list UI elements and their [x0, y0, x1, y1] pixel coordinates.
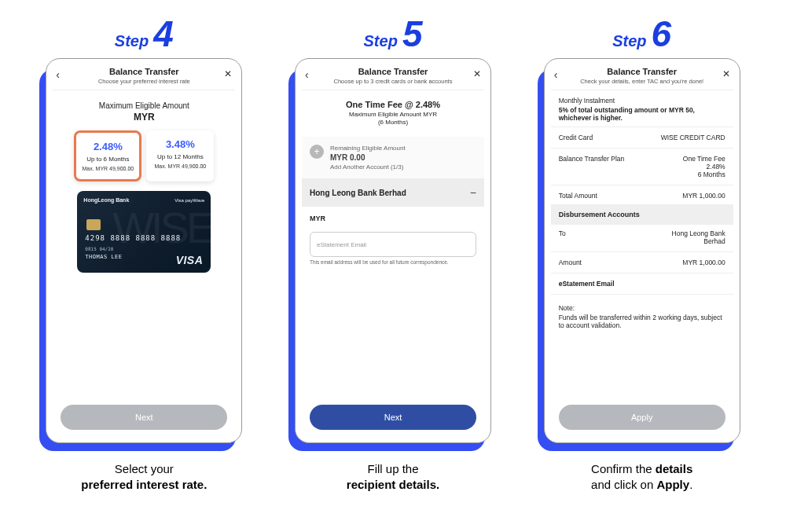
rate-max: Max. MYR 49,900.00 — [81, 166, 134, 171]
credit-card-visual: HongLeong Bank Visa payWave WISE 4298 88… — [77, 191, 211, 273]
plan-line2: 2.48% — [707, 163, 725, 171]
eligible-amount-currency: MYR — [53, 112, 235, 123]
value: WISE CREDIT CARD — [661, 134, 725, 141]
note-title: Note: — [559, 304, 725, 312]
caption-step-5: Fill up the recipient details. — [347, 461, 439, 493]
rate-max: Max. MYR 49,900.00 — [151, 163, 209, 169]
caption-step-4: Select your preferred interest rate. — [81, 461, 207, 493]
bank-row[interactable]: Hong Leong Bank Berhad − — [302, 178, 484, 207]
screen-subtitle: Choose your preferred interest rate — [61, 78, 227, 85]
step-word: Step — [612, 32, 646, 50]
rate-value: 2.48% — [81, 141, 134, 152]
instalment-desc: 5% of total outstanding amount or MYR 50… — [559, 106, 725, 122]
value: One Time Fee 2.48% 6 Months — [683, 155, 725, 178]
rate-term: Up to 6 Months — [81, 156, 134, 163]
step-number-5: 5 — [402, 16, 423, 52]
caption-text: Fill up the — [367, 462, 418, 475]
label: eStatement Email — [559, 280, 615, 288]
screen-title: Balance Transfer — [61, 67, 227, 76]
phone-frame-4: ‹ Balance Transfer Choose your preferred… — [46, 58, 242, 447]
caption-bold: details — [656, 462, 693, 475]
close-icon[interactable]: ✕ — [224, 68, 232, 79]
value: MYR 1,000.00 — [682, 259, 725, 266]
screen-subtitle: Choose up to 3 credit cards or bank acco… — [310, 78, 476, 85]
rate-term: Up to 12 Months — [151, 153, 209, 160]
screen-title: Balance Transfer — [310, 67, 476, 76]
divider — [551, 294, 733, 295]
add-account-block[interactable]: + Remaining Eligible Amount MYR 0.00 Add… — [302, 137, 484, 178]
screen-subtitle: Check your details, enter TAC and you're… — [559, 78, 725, 85]
fee-title: One Time Fee @ 2.48% — [302, 100, 484, 109]
eligible-amount-label: Maximum Eligible Amount — [53, 101, 235, 110]
next-button[interactable]: Next — [61, 405, 227, 430]
close-icon[interactable]: ✕ — [722, 68, 730, 79]
fee-sub2: (6 Months) — [302, 119, 484, 126]
plan-line1: One Time Fee — [683, 155, 725, 163]
back-icon[interactable]: ‹ — [56, 68, 60, 81]
phone-frame-5: ‹ Balance Transfer Choose up to 3 credit… — [295, 58, 491, 447]
note-block: Note: Funds will be transferred within 2… — [551, 296, 733, 337]
amount-currency-label: MYR — [302, 207, 484, 227]
email-hint: This email address will be used for all … — [310, 259, 476, 265]
to-line2: Berhad — [703, 237, 725, 245]
rate-option-6m[interactable]: 2.48% Up to 6 Months Max. MYR 49,900.00 — [74, 130, 141, 182]
plus-icon[interactable]: + — [310, 145, 324, 159]
phone-screen-4: ‹ Balance Transfer Choose your preferred… — [46, 58, 242, 443]
minus-icon[interactable]: − — [470, 186, 476, 199]
step-4-heading: Step 4 — [115, 16, 174, 52]
visa-logo: VISA — [176, 254, 204, 266]
remaining-value: MYR 0.00 — [330, 153, 406, 162]
to-line1: Hong Leong Bank — [672, 229, 725, 237]
step-number-6: 6 — [652, 16, 672, 52]
step-word: Step — [364, 32, 398, 50]
disbursement-section: Disbursement Accounts — [551, 204, 733, 225]
row-credit-card: Credit Card WISE CREDIT CARD — [551, 129, 733, 146]
chip-icon — [86, 219, 101, 230]
step-5-column: Step 5 ‹ Balance Transfer Choose up to 3… — [281, 16, 506, 493]
back-icon[interactable]: ‹ — [554, 68, 558, 81]
note-desc: Funds will be transferred within 2 worki… — [559, 314, 725, 329]
label: Credit Card — [559, 134, 593, 141]
step-6-column: Step 6 ‹ Balance Transfer Check your det… — [529, 16, 755, 493]
row-to: To Hong Leong Bank Berhad — [551, 225, 733, 250]
next-button[interactable]: Next — [310, 405, 476, 430]
screen-header: ‹ Balance Transfer Check your details, e… — [551, 64, 733, 90]
apply-button[interactable]: Apply — [559, 405, 725, 430]
remaining-label: Remaining Eligible Amount — [330, 145, 406, 152]
row-estatement: eStatement Email — [551, 275, 733, 292]
step-6-heading: Step 6 — [612, 16, 671, 52]
caption-text: and click on — [591, 478, 656, 491]
bank-name: Hong Leong Bank Berhad — [310, 189, 406, 197]
remaining-text: Remaining Eligible Amount MYR 0.00 Add A… — [330, 145, 406, 171]
phone-frame-6: ‹ Balance Transfer Check your details, e… — [544, 58, 740, 447]
rate-option-12m[interactable]: 3.48% Up to 12 Months Max. MYR 49,900.00 — [146, 130, 214, 182]
card-number: 4298 8888 8888 8888 — [85, 234, 181, 242]
screen-header: ‹ Balance Transfer Choose your preferred… — [53, 64, 235, 90]
caption-text: . — [689, 478, 692, 491]
add-account-label: Add Another Account (1/3) — [330, 163, 406, 171]
caption-text: Confirm the — [591, 462, 656, 475]
monthly-instalment: Monthly Instalment 5% of total outstandi… — [551, 90, 733, 125]
close-icon[interactable]: ✕ — [473, 68, 481, 79]
divider — [551, 185, 733, 185]
value: MYR 1,000.00 — [682, 192, 725, 200]
divider — [551, 273, 733, 273]
caption-text: Select your — [115, 462, 174, 475]
rate-options: 2.48% Up to 6 Months Max. MYR 49,900.00 … — [61, 130, 227, 182]
screen-header: ‹ Balance Transfer Choose up to 3 credit… — [302, 64, 484, 90]
back-icon[interactable]: ‹ — [305, 68, 309, 81]
caption-step-6: Confirm the details and click on Apply. — [591, 461, 692, 493]
rate-value: 3.48% — [151, 138, 209, 150]
row-amount: Amount MYR 1,000.00 — [551, 254, 733, 271]
label: Total Amount — [559, 192, 597, 200]
divider — [551, 127, 733, 127]
card-meta: 0815 04/20 — [85, 246, 113, 251]
step-5-heading: Step 5 — [364, 16, 423, 52]
email-input[interactable]: eStatement Email — [310, 232, 476, 257]
value: Hong Leong Bank Berhad — [672, 229, 725, 245]
card-brand-wise: WISE — [112, 202, 211, 253]
row-total: Total Amount MYR 1,000.00 — [551, 187, 733, 204]
caption-bold: Apply — [656, 478, 689, 491]
fee-sub1: Maximum Eligible Amount MYR — [302, 111, 484, 118]
phone-screen-6: ‹ Balance Transfer Check your details, e… — [544, 58, 740, 443]
